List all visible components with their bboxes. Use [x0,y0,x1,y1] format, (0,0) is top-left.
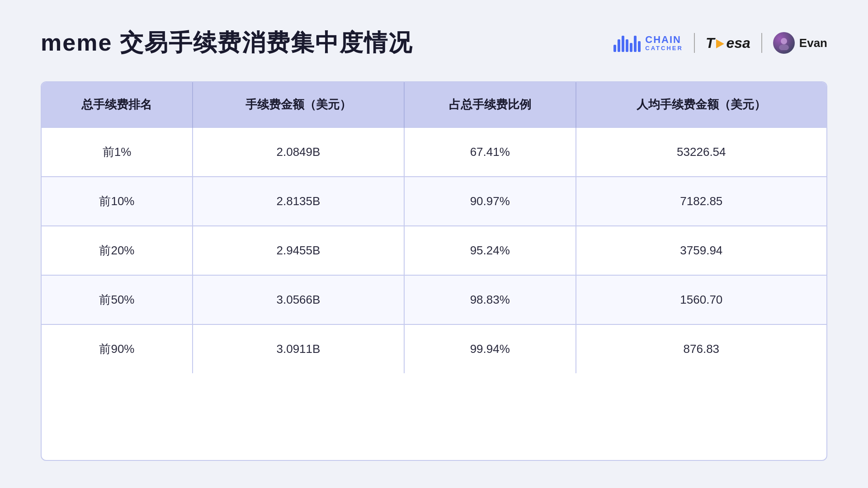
col-header-ratio: 占总手续费比例 [404,82,576,127]
bar1 [613,45,616,52]
avatar-inner [773,32,795,54]
bar6 [634,36,637,52]
cell-1-1: 2.8135B [193,177,404,226]
svg-point-0 [781,38,787,44]
col-header-rank: 总手续费排名 [42,82,193,127]
tesa-t-letter: T [706,35,715,52]
chain-icon [613,34,641,52]
header-row: 总手续费排名 手续费金额（美元） 占总手续费比例 人均手续费金额（美元） [42,82,826,127]
cell-0-1: 2.0849B [193,127,404,177]
header: meme 交易手续费消费集中度情况 CHAIN CATCHER [41,27,827,59]
tesa-arrow-icon [716,39,724,48]
chain-bottom-text: CATCHER [645,45,683,52]
cell-2-3: 3759.94 [576,226,826,275]
cell-3-1: 3.0566B [193,275,404,324]
chaincatcher-logo: CHAIN CATCHER [613,34,683,52]
evan-avatar [773,32,795,54]
tesa-logo: T esa [706,35,750,52]
col-header-per-capita: 人均手续费金额（美元） [576,82,826,127]
table-body: 前1%2.0849B67.41%53226.54前10%2.8135B90.97… [42,127,826,373]
cell-1-2: 90.97% [404,177,576,226]
divider-1 [694,33,695,53]
table-row: 前50%3.0566B98.83%1560.70 [42,275,826,324]
chain-text: CHAIN CATCHER [645,34,683,52]
cell-2-1: 2.9455B [193,226,404,275]
evan-logo: Evan [773,32,827,54]
tesa-rest-text: esa [726,35,750,52]
cell-0-3: 53226.54 [576,127,826,177]
cell-3-2: 98.83% [404,275,576,324]
table-container: 总手续费排名 手续费金额（美元） 占总手续费比例 人均手续费金额（美元） 前1%… [41,81,827,461]
data-table: 总手续费排名 手续费金额（美元） 占总手续费比例 人均手续费金额（美元） 前1%… [42,82,826,373]
cell-2-2: 95.24% [404,226,576,275]
divider-2 [761,33,762,53]
cell-0-2: 67.41% [404,127,576,177]
logo-area: CHAIN CATCHER T esa [613,32,827,54]
cell-4-1: 3.0911B [193,324,404,373]
bar2 [618,39,620,52]
avatar-svg [777,36,791,50]
bar3 [622,36,624,52]
cell-2-0: 前20% [42,226,193,275]
page-title: meme 交易手续费消费集中度情况 [41,27,413,59]
svg-point-1 [779,44,789,50]
cell-1-3: 7182.85 [576,177,826,226]
table-row: 前10%2.8135B90.97%7182.85 [42,177,826,226]
cell-3-0: 前50% [42,275,193,324]
table-row: 前20%2.9455B95.24%3759.94 [42,226,826,275]
cell-3-3: 1560.70 [576,275,826,324]
cell-0-0: 前1% [42,127,193,177]
bar5 [630,43,632,52]
bar4 [626,39,628,52]
table-header: 总手续费排名 手续费金额（美元） 占总手续费比例 人均手续费金额（美元） [42,82,826,127]
table-row: 前1%2.0849B67.41%53226.54 [42,127,826,177]
cell-4-3: 876.83 [576,324,826,373]
table-row: 前90%3.0911B99.94%876.83 [42,324,826,373]
cell-1-0: 前10% [42,177,193,226]
cell-4-2: 99.94% [404,324,576,373]
cell-4-0: 前90% [42,324,193,373]
page: meme 交易手续费消费集中度情况 CHAIN CATCHER [0,0,868,488]
col-header-amount: 手续费金额（美元） [193,82,404,127]
chain-top-text: CHAIN [645,34,683,45]
bar7 [638,41,641,52]
evan-text: Evan [799,36,827,50]
